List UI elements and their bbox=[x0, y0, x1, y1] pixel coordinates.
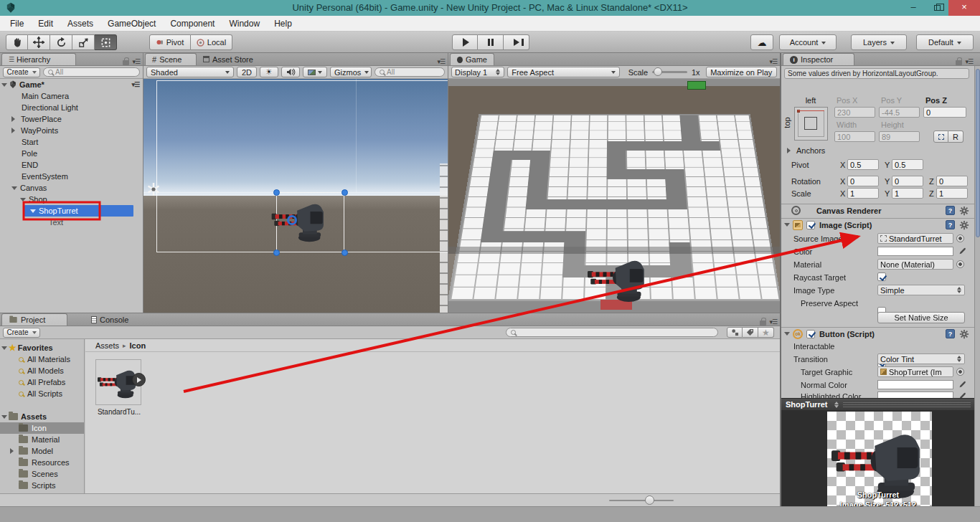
favorites-root[interactable]: ★ Favorites bbox=[0, 342, 84, 353]
foldout-open-icon[interactable] bbox=[1, 83, 7, 90]
asset-name-label[interactable]: StandardTu... bbox=[90, 408, 149, 416]
set-native-size-button[interactable]: Set Native Size bbox=[877, 312, 965, 323]
hierarchy-item-eventsystem[interactable]: EventSystem bbox=[0, 171, 143, 182]
folder-scenes-row[interactable]: Scenes bbox=[0, 468, 84, 480]
scale-x-field[interactable]: 1 bbox=[847, 188, 879, 199]
panel-menu-icon[interactable]: ▾☰ bbox=[965, 58, 973, 65]
preview-header[interactable]: ShopTurret bbox=[781, 398, 975, 410]
play-button[interactable] bbox=[452, 34, 478, 50]
hierarchy-item-text[interactable]: Text bbox=[0, 217, 143, 228]
foldout-closed-icon[interactable] bbox=[11, 116, 18, 122]
local-toggle-button[interactable]: Local bbox=[191, 34, 232, 50]
hierarchy-item-main-camera[interactable]: Main Camera bbox=[0, 90, 143, 102]
scene-audio-button[interactable] bbox=[281, 67, 300, 77]
panel-menu-icon[interactable]: ▾☰ bbox=[769, 58, 777, 65]
folder-icon-row[interactable]: Icon bbox=[0, 422, 84, 434]
rotation-x-field[interactable]: 0 bbox=[847, 176, 879, 186]
menu-edit[interactable]: Edit bbox=[31, 16, 60, 32]
scrollbar-thumb[interactable] bbox=[976, 69, 980, 237]
hierarchy-item-directional-light[interactable]: Directional Light bbox=[0, 102, 143, 113]
source-image-field[interactable]: StandardTurret bbox=[877, 233, 953, 244]
scene-lighting-button[interactable]: ☀ bbox=[260, 67, 278, 77]
anchors-foldout[interactable]: Anchors bbox=[787, 146, 825, 155]
foldout-open-icon[interactable] bbox=[30, 209, 36, 216]
button-component-header[interactable]: ok Button (Script) ? bbox=[781, 327, 975, 340]
pivot-gizmo[interactable] bbox=[287, 215, 297, 225]
selection-handle[interactable] bbox=[341, 250, 348, 256]
tab-console[interactable]: Console bbox=[85, 313, 135, 326]
panel-menu-icon[interactable]: ▾☰ bbox=[769, 318, 777, 326]
tab-game[interactable]: Game bbox=[450, 53, 494, 65]
panel-menu-icon[interactable]: ▾☰ bbox=[132, 58, 140, 65]
cloud-button[interactable]: ☁ bbox=[750, 34, 773, 50]
favorite-all-models[interactable]: All Models bbox=[0, 365, 84, 376]
canvas-renderer-header[interactable]: Canvas Renderer ? bbox=[781, 204, 975, 217]
menu-window[interactable]: Window bbox=[222, 16, 267, 32]
assets-root[interactable]: Assets bbox=[0, 411, 84, 422]
rect-tool-button[interactable] bbox=[95, 34, 117, 50]
step-button[interactable] bbox=[504, 34, 529, 50]
scene-menu-icon[interactable]: ▾☰ bbox=[131, 81, 139, 88]
image-enabled-checkbox[interactable] bbox=[806, 221, 815, 229]
hierarchy-item-end[interactable]: END bbox=[0, 159, 143, 171]
hierarchy-item-waypoints[interactable]: WayPoints bbox=[0, 125, 143, 136]
foldout-open-icon[interactable] bbox=[1, 346, 7, 353]
menu-help[interactable]: Help bbox=[267, 16, 299, 32]
tab-inspector[interactable]: i Inspector bbox=[783, 53, 854, 65]
scale-slider-knob[interactable] bbox=[654, 67, 662, 76]
asset-preview-button[interactable] bbox=[132, 373, 146, 386]
breadcrumb-current[interactable]: Icon bbox=[130, 341, 146, 350]
lock-icon[interactable] bbox=[760, 321, 766, 326]
scale-slider[interactable] bbox=[652, 71, 687, 73]
scale-tool-button[interactable] bbox=[72, 34, 95, 50]
layout-dropdown[interactable]: Default bbox=[916, 34, 974, 50]
selection-handle[interactable] bbox=[341, 189, 348, 196]
inspector-scrollbar[interactable] bbox=[974, 66, 980, 506]
foldout-open-icon[interactable] bbox=[784, 223, 790, 229]
folder-resources-row[interactable]: Resources bbox=[0, 457, 84, 468]
pivot-y-field[interactable]: 0.5 bbox=[892, 159, 923, 170]
foldout-closed-icon[interactable] bbox=[11, 128, 18, 133]
gear-icon[interactable] bbox=[959, 220, 969, 230]
foldout-open-icon[interactable] bbox=[784, 332, 790, 338]
shopturret-sprite[interactable] bbox=[271, 196, 329, 244]
rotation-y-field[interactable]: 0 bbox=[892, 176, 923, 186]
color-swatch[interactable] bbox=[877, 247, 953, 256]
asset-thumbnail[interactable] bbox=[95, 359, 141, 405]
search-by-type-button[interactable] bbox=[727, 327, 743, 338]
hierarchy-item-canvas[interactable]: Canvas bbox=[0, 182, 143, 194]
eyedropper-icon[interactable] bbox=[958, 247, 966, 255]
favorite-all-materials[interactable]: All Materials bbox=[0, 353, 84, 365]
hierarchy-create-button[interactable]: Create bbox=[3, 67, 40, 77]
material-field[interactable]: None (Material) bbox=[877, 259, 953, 270]
raycast-target-checkbox[interactable] bbox=[877, 272, 886, 281]
help-icon[interactable]: ? bbox=[946, 220, 955, 229]
menu-component[interactable]: Component bbox=[163, 16, 222, 32]
hierarchy-search-input[interactable]: All bbox=[43, 67, 140, 77]
foldout-closed-icon[interactable] bbox=[10, 448, 17, 454]
folder-material-row[interactable]: Material bbox=[0, 434, 84, 445]
object-picker-icon[interactable] bbox=[956, 368, 964, 376]
pivot-toggle-button[interactable]: Pivot bbox=[149, 34, 191, 50]
transition-dropdown[interactable]: Color Tint bbox=[877, 353, 965, 364]
breadcrumb-assets[interactable]: Assets bbox=[95, 341, 119, 350]
project-create-button[interactable]: Create bbox=[3, 328, 40, 338]
help-icon[interactable]: ? bbox=[946, 206, 955, 215]
menu-gameobject[interactable]: GameObject bbox=[100, 16, 163, 32]
minimize-button[interactable]: – bbox=[903, 0, 924, 16]
gizmos-dropdown[interactable]: Gizmos bbox=[330, 67, 372, 77]
menu-assets[interactable]: Assets bbox=[60, 16, 100, 32]
hierarchy-item-start[interactable]: Start bbox=[0, 136, 143, 148]
favorite-all-prefabs[interactable]: All Prefabs bbox=[0, 376, 84, 388]
foldout-open-icon[interactable] bbox=[20, 198, 26, 204]
gear-icon[interactable] bbox=[959, 206, 969, 216]
layers-dropdown[interactable]: Layers bbox=[851, 34, 907, 50]
scale-y-field[interactable]: 1 bbox=[892, 188, 923, 199]
zoom-slider-knob[interactable] bbox=[645, 495, 654, 505]
pos-z-field[interactable]: 0 bbox=[923, 107, 966, 118]
rotate-tool-button[interactable] bbox=[50, 34, 72, 50]
selection-handle[interactable] bbox=[273, 189, 280, 196]
selection-handle[interactable] bbox=[273, 250, 280, 256]
close-button[interactable]: × bbox=[948, 0, 980, 16]
thumbnail-zoom-slider[interactable] bbox=[609, 500, 674, 501]
